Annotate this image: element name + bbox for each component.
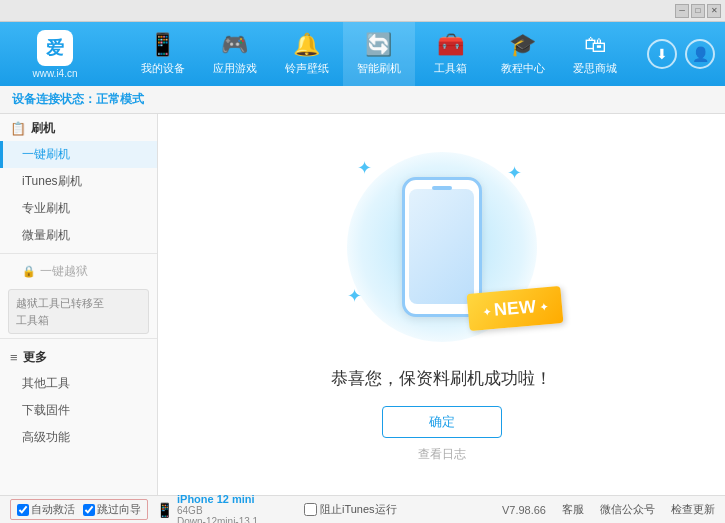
nav-ringtones[interactable]: 🔔 铃声壁纸 — [271, 22, 343, 86]
nav-apps-games-label: 应用游戏 — [213, 61, 257, 76]
checkbox-area: 自动救活 跳过向导 — [10, 499, 148, 520]
flash-section-icon: 📋 — [10, 121, 26, 136]
user-button[interactable]: 👤 — [685, 39, 715, 69]
skip-wizard-label: 跳过向导 — [97, 502, 141, 517]
sidebar-item-download-firmware[interactable]: 下载固件 — [0, 397, 157, 424]
auto-rescue-label: 自动救活 — [31, 502, 75, 517]
close-button[interactable]: ✕ — [707, 4, 721, 18]
confirm-button[interactable]: 确定 — [382, 406, 502, 438]
flash-section-label: 刷机 — [31, 120, 55, 137]
logo-url: www.i4.cn — [32, 68, 77, 79]
sidebar-item-one-key-flash[interactable]: 一键刷机 — [0, 141, 157, 168]
status-value: 正常模式 — [96, 91, 144, 108]
minimize-button[interactable]: ─ — [675, 4, 689, 18]
nav-ringtones-label: 铃声壁纸 — [285, 61, 329, 76]
nav-tutorial-label: 教程中心 — [501, 61, 545, 76]
version-label: V7.98.66 — [502, 504, 546, 516]
auto-rescue-checkbox[interactable]: 自动救活 — [17, 502, 75, 517]
logo[interactable]: 爱 www.i4.cn — [10, 30, 100, 79]
wechat-public-link[interactable]: 微信公众号 — [600, 502, 655, 517]
nav-my-device[interactable]: 📱 我的设备 — [127, 22, 199, 86]
device-storage: 64GB — [177, 505, 258, 516]
nav-apps-games[interactable]: 🎮 应用游戏 — [199, 22, 271, 86]
sidebar-divider-2 — [0, 338, 157, 339]
nav-toolbox[interactable]: 🧰 工具箱 — [415, 22, 487, 86]
sparkle-icon-3: ✦ — [347, 285, 362, 307]
stop-itunes-label: 阻止iTunes运行 — [320, 502, 397, 517]
more-section-label: 更多 — [23, 349, 47, 366]
stop-itunes-check[interactable] — [304, 503, 317, 516]
bottom-bar: 自动救活 跳过向导 📱 iPhone 12 mini 64GB Down-12m… — [0, 495, 725, 523]
device-phone-icon: 📱 — [156, 502, 173, 518]
nav-store[interactable]: 🛍 爱思商城 — [559, 22, 631, 86]
device-model: Down-12mini-13,1 — [177, 516, 258, 524]
sidebar-item-pro-flash[interactable]: 专业刷机 — [0, 195, 157, 222]
phone-notch — [432, 186, 452, 190]
content-area: ✦ ✦ ✦ NEW 恭喜您，保资料刷机成功啦！ 确定 查看日志 — [158, 114, 725, 495]
nav-tutorial[interactable]: 🎓 教程中心 — [487, 22, 559, 86]
nav-my-device-label: 我的设备 — [141, 61, 185, 76]
status-bar: 设备连接状态： 正常模式 — [0, 86, 725, 114]
main-layout: 📋 刷机 一键刷机 iTunes刷机 专业刷机 微量刷机 🔒 一键越狱 越狱工具… — [0, 114, 725, 495]
jailbreak-notice: 越狱工具已转移至 工具箱 — [8, 289, 149, 334]
ringtones-icon: 🔔 — [293, 32, 320, 58]
sidebar-item-advanced[interactable]: 高级功能 — [0, 424, 157, 451]
main-nav: 📱 我的设备 🎮 应用游戏 🔔 铃声壁纸 🔄 智能刷机 🧰 工具箱 🎓 教程中心… — [110, 22, 647, 86]
header-right: ⬇ 👤 — [647, 39, 715, 69]
skip-wizard-check[interactable] — [83, 504, 95, 516]
sidebar-jailbreak-locked: 🔒 一键越狱 — [0, 258, 157, 285]
success-message: 恭喜您，保资料刷机成功啦！ — [331, 367, 552, 390]
nav-toolbox-label: 工具箱 — [434, 61, 467, 76]
new-badge: NEW — [466, 285, 563, 330]
auto-rescue-check[interactable] — [17, 504, 29, 516]
device-details: iPhone 12 mini 64GB Down-12mini-13,1 — [177, 493, 258, 524]
check-update-link[interactable]: 检查更新 — [671, 502, 715, 517]
lock-icon: 🔒 — [22, 265, 36, 278]
bottom-right-area: V7.98.66 客服 微信公众号 检查更新 — [502, 502, 715, 517]
more-section-icon: ≡ — [10, 350, 18, 365]
customer-service-link[interactable]: 客服 — [562, 502, 584, 517]
nav-smart-flash-label: 智能刷机 — [357, 61, 401, 76]
sidebar-item-other-tools[interactable]: 其他工具 — [0, 370, 157, 397]
download-button[interactable]: ⬇ — [647, 39, 677, 69]
my-device-icon: 📱 — [149, 32, 176, 58]
sparkle-icon-1: ✦ — [357, 157, 372, 179]
nav-smart-flash[interactable]: 🔄 智能刷机 — [343, 22, 415, 86]
tutorial-icon: 🎓 — [509, 32, 536, 58]
title-bar: ─ □ ✕ — [0, 0, 725, 22]
sidebar: 📋 刷机 一键刷机 iTunes刷机 专业刷机 微量刷机 🔒 一键越狱 越狱工具… — [0, 114, 158, 495]
store-icon: 🛍 — [584, 32, 606, 58]
sidebar-divider-1 — [0, 253, 157, 254]
sidebar-section-flash: 📋 刷机 — [0, 114, 157, 141]
sidebar-item-micro-flash[interactable]: 微量刷机 — [0, 222, 157, 249]
device-info-area: 📱 iPhone 12 mini 64GB Down-12mini-13,1 — [156, 493, 296, 524]
sparkle-icon-2: ✦ — [507, 162, 522, 184]
nav-store-label: 爱思商城 — [573, 61, 617, 76]
stop-itunes-checkbox[interactable]: 阻止iTunes运行 — [304, 502, 397, 517]
phone-illustration: ✦ ✦ ✦ NEW — [342, 147, 542, 347]
header: 爱 www.i4.cn 📱 我的设备 🎮 应用游戏 🔔 铃声壁纸 🔄 智能刷机 … — [0, 22, 725, 86]
smart-flash-icon: 🔄 — [365, 32, 392, 58]
sidebar-section-more: ≡ 更多 — [0, 343, 157, 370]
phone-screen — [409, 189, 474, 304]
maximize-button[interactable]: □ — [691, 4, 705, 18]
back-link[interactable]: 查看日志 — [418, 446, 466, 463]
sidebar-item-itunes-flash[interactable]: iTunes刷机 — [0, 168, 157, 195]
skip-wizard-checkbox[interactable]: 跳过向导 — [83, 502, 141, 517]
logo-icon: 爱 — [37, 30, 73, 66]
jailbreak-label: 一键越狱 — [40, 263, 88, 280]
status-prefix: 设备连接状态： — [12, 91, 96, 108]
toolbox-icon: 🧰 — [437, 32, 464, 58]
window-controls[interactable]: ─ □ ✕ — [675, 4, 721, 18]
apps-games-icon: 🎮 — [221, 32, 248, 58]
